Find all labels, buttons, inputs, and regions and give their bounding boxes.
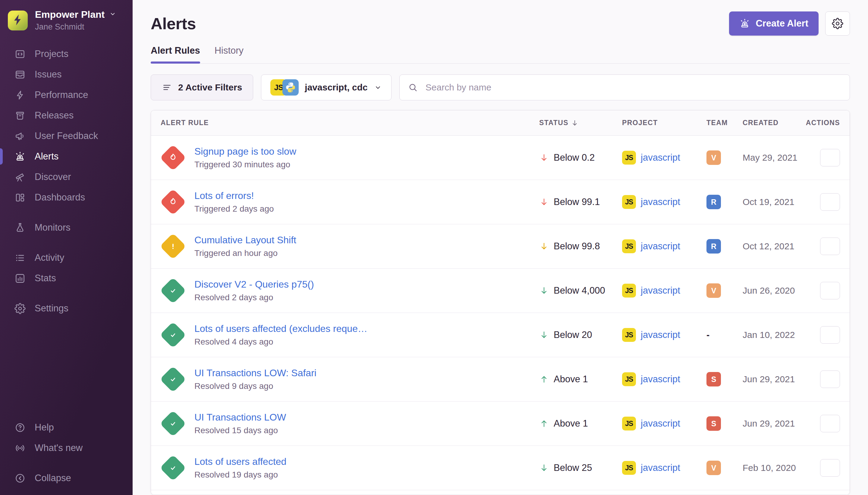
javascript-platform-icon: JS [622,372,636,386]
alert-rule-link[interactable]: Lots of users affected (excludes reque… [194,323,367,334]
status-text: Below 99.8 [554,241,600,252]
filter-bar: 2 Active Filters JS javascript, cdc [151,74,850,100]
active-filters-button[interactable]: 2 Active Filters [151,74,253,100]
check-icon [167,374,179,385]
row-actions-button[interactable] [820,326,840,344]
sidebar-item-dashboards[interactable]: Dashboards [0,187,133,208]
sidebar-item-stats[interactable]: Stats [0,268,133,289]
project-link[interactable]: javascript [641,241,680,252]
status-cell: Below 99.8 [539,241,622,252]
status-arrow-down-icon [539,241,549,251]
sidebar-item-alerts[interactable]: Alerts [0,146,133,167]
sidebar-item-user-feedback[interactable]: User Feedback [0,126,133,146]
status-text: Below 20 [554,329,592,340]
team-cell: V [707,150,743,165]
row-actions-button[interactable] [820,149,840,166]
status-text: Below 4,000 [554,285,605,296]
sidebar-item-discover[interactable]: Discover [0,167,133,187]
severity-critical-icon [160,144,186,171]
team-avatar: S [707,416,721,431]
sidebar-item-monitors[interactable]: Monitors [0,217,133,238]
table-row[interactable]: Signup page is too slow Triggered 30 min… [151,136,850,180]
activity-icon [15,252,25,263]
row-actions-button[interactable] [820,282,840,300]
alert-rule-link[interactable]: Signup page is too slow [194,146,296,157]
alert-rule-link[interactable]: Discover V2 - Queries p75() [194,279,314,290]
project-filter-dropdown[interactable]: JS javascript, cdc [261,74,391,100]
alert-rule-link[interactable]: Lots of errors! [194,190,274,201]
fire-icon [167,196,179,208]
search-input[interactable] [399,74,850,100]
javascript-platform-icon: JS [622,416,636,430]
sidebar-nav: Projects Issues Performance Releases Use… [0,44,133,319]
table-row[interactable]: UI Transactions LOW: Safari Resolved 9 d… [151,357,850,402]
org-switcher[interactable]: Empower Plant Jane Schmidt [0,0,133,32]
alerts-settings-button[interactable] [825,12,850,36]
sidebar-item-help[interactable]: Help [0,417,133,438]
siren-icon [15,151,25,162]
row-actions-button[interactable] [820,193,840,211]
row-actions-button[interactable] [820,459,840,477]
monitors-icon [15,222,25,233]
created-date: May 29, 2021 [743,153,809,163]
severity-critical-icon [160,189,186,215]
status-arrow-down-icon [539,286,549,295]
created-date: Jun 29, 2021 [743,374,809,385]
status-cell: Below 0.2 [539,152,622,163]
sidebar-item-settings[interactable]: Settings [0,298,133,319]
tabs: Alert Rules History [151,45,850,64]
create-alert-button[interactable]: Create Alert [729,12,819,36]
releases-icon [15,110,25,121]
project-link[interactable]: javascript [641,152,680,163]
table-row[interactable]: Lots of errors! Triggered 2 days ago Bel… [151,180,850,224]
javascript-platform-icon: JS [622,461,636,475]
created-date: Jan 10, 2022 [743,330,809,340]
sidebar-item-projects[interactable]: Projects [0,44,133,64]
team-avatar: V [707,284,721,298]
row-actions-button[interactable] [820,238,840,255]
bolt-logo-icon [11,13,25,28]
tab-history[interactable]: History [214,45,244,63]
project-link[interactable]: javascript [641,285,680,296]
project-link[interactable]: javascript [641,418,680,429]
alert-rule-link[interactable]: Lots of users affected [194,456,286,467]
sidebar-item-collapse[interactable]: Collapse [0,468,133,488]
column-header-created: Created [743,119,809,127]
column-header-status[interactable]: Status [539,119,622,127]
alert-rule-link[interactable]: Cumulative Layout Shift [194,235,296,246]
project-link[interactable]: javascript [641,197,680,207]
column-header-team: Team [707,119,743,127]
status-cell: Below 20 [539,329,622,340]
collapse-icon [15,473,25,484]
project-link[interactable]: javascript [641,329,680,340]
project-link[interactable]: javascript [641,374,680,385]
project-link[interactable]: javascript [641,462,680,473]
status-text: Above 1 [554,374,588,385]
python-platform-icon [282,79,299,96]
table-row[interactable]: Cumulative Layout Shift Triggered an hou… [151,224,850,269]
performance-icon [15,89,25,101]
sidebar-item-performance[interactable]: Performance [0,85,133,105]
sidebar-item-activity[interactable]: Activity [0,248,133,268]
sidebar-item-issues[interactable]: Issues [0,64,133,85]
alert-rule-link[interactable]: UI Transactions LOW: Safari [194,368,316,379]
sidebar-item-what-s-new[interactable]: What's new [0,438,133,458]
table-row[interactable]: Lots of users affected Resolved 19 days … [151,446,850,490]
table-row[interactable]: UI Transactions LOW Resolved 15 days ago… [151,402,850,446]
table-row[interactable]: Lots of users affected (excludes reque… … [151,313,850,357]
javascript-platform-icon: JS [622,151,636,165]
created-date: Jun 29, 2021 [743,419,809,429]
tab-alert-rules[interactable]: Alert Rules [151,45,200,63]
row-actions-button[interactable] [820,371,840,388]
status-text: Below 99.1 [554,197,600,207]
sidebar-item-releases[interactable]: Releases [0,105,133,126]
status-text: Above 1 [554,418,588,429]
project-cell: JS javascript [622,416,707,430]
alert-rules-table: Alert RuleStatusProjectTeamCreatedAction… [151,110,850,495]
user-feedback-icon [15,131,25,142]
alert-rule-link[interactable]: UI Transactions LOW [194,412,286,423]
row-actions-button[interactable] [820,415,840,432]
partial-row [151,490,850,495]
alert-rule-cell: Lots of users affected (excludes reque… … [161,323,539,347]
table-row[interactable]: Discover V2 - Queries p75() Resolved 2 d… [151,269,850,313]
